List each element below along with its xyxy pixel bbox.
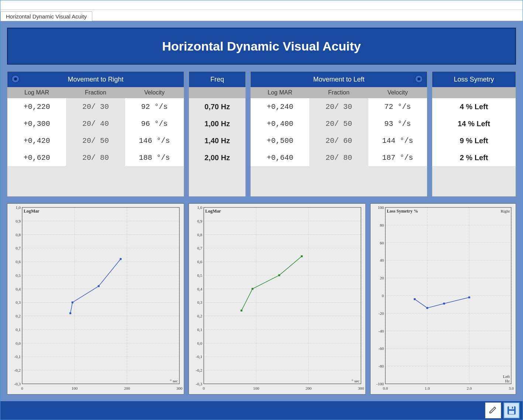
svg-text:3.0: 3.0 [509,386,514,390]
svg-text:0: 0 [21,386,23,390]
cell-logmar: +0,640 [251,149,309,166]
col-header-logmar: Log MAR [251,87,309,98]
svg-text:0,5: 0,5 [16,273,21,278]
table-row: 4 % Left [432,98,516,115]
panel-movement-right: Movement to Right Log MAR Fraction Veloc… [7,71,184,197]
svg-text:LogMar: LogMar [24,209,39,214]
data-rows-right: +0,22020/ 3092 °/s +0,30020/ 4096 °/s +0… [7,98,184,196]
svg-text:-0,3: -0,3 [14,382,21,386]
svg-rect-125 [414,298,416,300]
table-row: +0,42020/ 50146 °/s [7,132,184,149]
svg-text:0,6: 0,6 [16,259,21,264]
svg-rect-65 [204,207,361,384]
panel-header-sym: Loss Symetry [432,72,516,87]
table-row: +0,22020/ 3092 °/s [7,98,184,115]
tab-bar: Horizontal Dynamic Visual Acuity [0,10,523,21]
cell-sym: 9 % Left [432,132,516,149]
panel-title-label: Movement to Left [313,76,364,83]
data-rows-sym: 4 % Left 14 % Left 9 % Left 2 % Left [432,98,516,196]
panel-header-freq: Freq [189,72,245,87]
svg-rect-88 [278,274,280,276]
svg-text:0,4: 0,4 [16,287,21,291]
svg-text:20: 20 [380,276,384,280]
svg-rect-127 [443,303,445,304]
table-row: 0,70 Hz [189,98,245,115]
col-header-fraction: Fraction [66,87,125,98]
cell-velocity: 92 °/s [125,98,184,115]
svg-text:0,4: 0,4 [197,287,202,291]
data-panel: Movement to Right Log MAR Fraction Veloc… [7,71,516,197]
chart-movement-right: 0100200300-0,3-0,2-0,10,00,10,20,30,40,5… [7,203,184,395]
svg-text:1,0: 1,0 [16,205,21,210]
cell-logmar: +0,220 [7,98,66,115]
cell-fraction: 20/ 30 [66,98,125,115]
svg-text:0,1: 0,1 [197,327,202,332]
svg-text:-20: -20 [378,311,384,316]
svg-text:0: 0 [203,386,205,390]
cell-logmar: +0,400 [251,115,309,132]
svg-text:-0,3: -0,3 [196,382,203,386]
svg-text:Loss Symetry %: Loss Symetry % [387,209,418,214]
svg-text:-0,2: -0,2 [196,368,202,372]
svg-text:LogMar: LogMar [205,209,221,214]
charts-panel: 0100200300-0,3-0,2-0,10,00,10,20,30,40,5… [7,203,516,395]
cell-velocity: 96 °/s [125,115,184,132]
page-title: Horizontal Dynamic Visual Acuity [7,28,516,65]
table-row: +0,40020/ 5093 °/s [251,115,427,132]
svg-rect-43 [69,312,71,314]
cell-freq: 1,40 Hz [189,132,245,149]
panel-movement-left: Movement to Left Log MAR Fraction Veloci… [250,71,427,197]
edit-button[interactable] [485,402,501,419]
cell-sym: 4 % Left [432,98,516,115]
svg-text:-0,1: -0,1 [196,354,202,359]
app-window: Horizontal Dynamic Visual Acuity Horizon… [0,0,523,420]
svg-text:-0,1: -0,1 [14,354,21,359]
cell-velocity: 72 °/s [368,98,427,115]
cell-velocity: 144 °/s [368,132,427,149]
svg-text:0,7: 0,7 [16,246,21,250]
svg-text:0,2: 0,2 [197,314,202,318]
panel-loss-symmetry: Loss Symetry 4 % Left 14 % Left 9 % Left… [432,71,516,197]
svg-text:-60: -60 [378,346,384,351]
cell-fraction: 20/ 50 [309,115,368,132]
table-row: +0,64020/ 80187 °/s [251,149,427,166]
svg-rect-130 [509,406,514,409]
svg-point-3 [417,78,420,80]
svg-rect-22 [22,207,179,384]
cell-velocity: 93 °/s [368,115,427,132]
save-button[interactable] [503,402,520,419]
panel-title-label: Freq [210,76,224,83]
svg-rect-45 [98,285,100,287]
svg-point-1 [14,78,17,80]
svg-text:100: 100 [378,205,384,210]
svg-text:0.0: 0.0 [383,386,388,390]
cell-logmar: +0,300 [7,115,66,132]
svg-text:-80: -80 [378,364,384,368]
svg-text:0,9: 0,9 [197,219,202,223]
svg-text:-100: -100 [376,382,384,386]
sub-header-right: Log MAR Fraction Velocity [7,87,184,98]
pencil-icon [488,406,498,415]
bottom-toolbar [0,401,523,420]
cell-freq: 0,70 Hz [189,98,245,115]
svg-text:0,1: 0,1 [16,327,21,332]
svg-text:2.0: 2.0 [467,386,472,390]
cell-logmar: +0,420 [7,132,66,149]
tab-horizontal-dva[interactable]: Horizontal Dynamic Visual Acuity [0,11,92,21]
svg-text:0,2: 0,2 [16,314,21,318]
svg-text:0,0: 0,0 [197,341,202,345]
cell-logmar: +0,500 [251,132,309,149]
table-row: +0,30020/ 4096 °/s [7,115,184,132]
panel-title-label: Loss Symetry [454,76,494,83]
table-row: 1,00 Hz [189,115,245,132]
table-row: +0,50020/ 60144 °/s [251,132,427,149]
floppy-disk-icon [506,405,517,416]
svg-text:200: 200 [306,386,312,390]
svg-text:1,0: 1,0 [197,205,202,210]
cell-velocity: 188 °/s [125,149,184,166]
cell-logmar: +0,620 [7,149,66,166]
svg-text:0,0: 0,0 [16,341,21,345]
svg-rect-131 [509,411,514,414]
svg-text:100: 100 [253,386,259,390]
cell-velocity: 146 °/s [125,132,184,149]
